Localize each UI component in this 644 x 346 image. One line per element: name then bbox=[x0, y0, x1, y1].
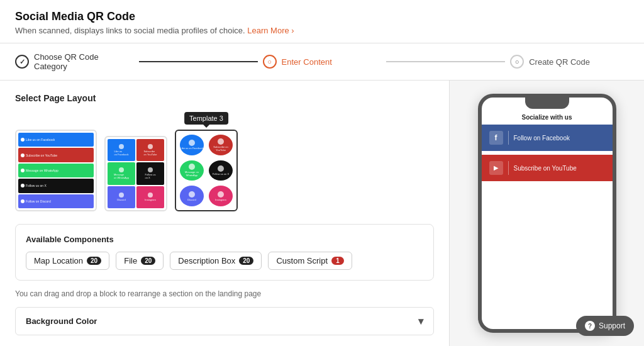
custom-script-label: Custom Script bbox=[276, 256, 328, 265]
description-box-btn[interactable]: Description Box 20 bbox=[170, 252, 262, 270]
file-btn[interactable]: File 20 bbox=[116, 252, 164, 270]
custom-script-btn[interactable]: Custom Script 1 bbox=[268, 252, 352, 270]
components-title: Available Components bbox=[26, 235, 423, 244]
phone-notch bbox=[525, 98, 569, 109]
background-color-accordion[interactable]: Background Color ▾ bbox=[15, 307, 434, 335]
phone-content: Socialize with us f Follow on Facebook ▶… bbox=[482, 109, 613, 181]
template-1-preview: Like us on Facebook Subscribe on YouTube… bbox=[16, 131, 96, 210]
support-label: Support bbox=[599, 321, 625, 330]
custom-script-badge: 1 bbox=[331, 257, 344, 265]
main-content: Select Page Layout Like us on Facebook S… bbox=[0, 81, 644, 346]
left-panel: Select Page Layout Like us on Facebook S… bbox=[0, 81, 449, 346]
steps-bar: ✓ Choose QR Code Category ○ Enter Conten… bbox=[0, 43, 644, 81]
facebook-divider bbox=[508, 131, 509, 145]
facebook-text: Follow on Facebook bbox=[514, 135, 570, 142]
phone-header-text: Socialize with us bbox=[482, 109, 613, 125]
accordion-label: Background Color bbox=[26, 316, 97, 326]
youtube-icon: ▶ bbox=[489, 161, 503, 175]
map-location-btn[interactable]: Map Location 20 bbox=[26, 252, 109, 270]
phone-youtube-row: ▶ Subscribe on YouTube bbox=[482, 155, 613, 181]
step-create-icon: ○ bbox=[510, 55, 524, 69]
template-1-card[interactable]: Like us on Facebook Subscribe on YouTube… bbox=[15, 130, 97, 211]
youtube-divider bbox=[508, 161, 509, 175]
page-title: Social Media QR Code bbox=[15, 10, 629, 23]
learn-more-link[interactable]: Learn More bbox=[247, 26, 294, 35]
step-create-label: Create QR Code bbox=[529, 57, 590, 67]
components-list: Map Location 20 File 20 Description Box … bbox=[26, 252, 423, 270]
template-3-tooltip: Template 3 bbox=[184, 112, 228, 125]
support-button[interactable]: ? Support bbox=[576, 316, 634, 336]
right-panel: Socialize with us f Follow on Facebook ▶… bbox=[449, 81, 644, 346]
step-line-2 bbox=[386, 61, 505, 62]
template-3-card[interactable]: Like us on Facebook Subscribe on YouTube… bbox=[175, 130, 238, 211]
step-enter: ○ Enter Content bbox=[263, 55, 382, 69]
page-subtitle: When scanned, displays links to social m… bbox=[15, 26, 629, 35]
step-choose: ✓ Choose QR Code Category bbox=[15, 52, 134, 71]
step-enter-label: Enter Content bbox=[282, 57, 332, 67]
layout-section-title: Select Page Layout bbox=[15, 93, 434, 103]
phone-mockup: Socialize with us f Follow on Facebook ▶… bbox=[478, 94, 616, 333]
facebook-icon: f bbox=[489, 131, 503, 145]
template-2-preview: Like uson Facebook Subscribeon YouTube M… bbox=[106, 137, 166, 210]
youtube-text: Subscribe on YouTube bbox=[514, 165, 577, 172]
template-3-preview: Like us on Facebook Subscribe on YouTube… bbox=[176, 131, 236, 210]
description-box-badge: 20 bbox=[239, 257, 253, 265]
map-location-label: Map Location bbox=[34, 256, 83, 265]
step-choose-label: Choose QR Code Category bbox=[34, 52, 134, 71]
template-3-wrapper: Template 3 Like us on Facebook Subscribe… bbox=[175, 130, 238, 211]
step-choose-icon: ✓ bbox=[15, 55, 29, 69]
support-icon: ? bbox=[585, 321, 595, 331]
template-selector: Like us on Facebook Subscribe on YouTube… bbox=[15, 112, 434, 211]
step-enter-icon: ○ bbox=[263, 55, 277, 69]
accordion-arrow-icon: ▾ bbox=[418, 315, 423, 327]
map-location-badge: 20 bbox=[87, 257, 101, 265]
drag-hint: You can drag and drop a block to rearran… bbox=[15, 289, 434, 298]
page-header: Social Media QR Code When scanned, displ… bbox=[0, 0, 644, 43]
template-2-card[interactable]: Like uson Facebook Subscribeon YouTube M… bbox=[104, 136, 167, 211]
file-badge: 20 bbox=[141, 257, 155, 265]
step-create: ○ Create QR Code bbox=[510, 55, 629, 69]
accordion-header[interactable]: Background Color ▾ bbox=[16, 308, 433, 335]
file-label: File bbox=[124, 256, 137, 265]
components-box: Available Components Map Location 20 Fil… bbox=[15, 224, 434, 281]
description-box-label: Description Box bbox=[178, 256, 235, 265]
step-line-1 bbox=[139, 61, 258, 62]
phone-facebook-row: f Follow on Facebook bbox=[482, 125, 613, 151]
